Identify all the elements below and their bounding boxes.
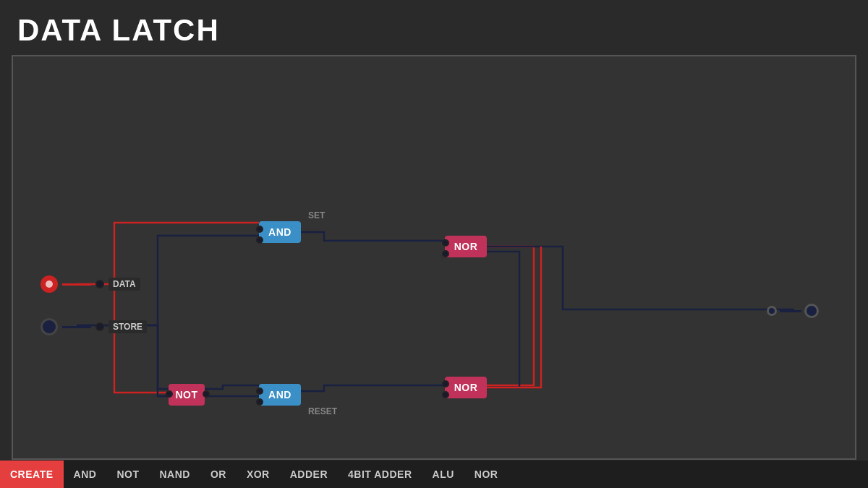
- dot-and2-in2: [256, 398, 263, 406]
- store-toggle[interactable]: [41, 318, 58, 335]
- toolbar: CREATEANDNOTNANDORXORADDER4BIT ADDERALUN…: [0, 461, 868, 488]
- label-reset: RESET: [308, 406, 337, 416]
- toolbar-btn-create[interactable]: CREATE: [0, 461, 64, 488]
- output-node: [767, 304, 819, 318]
- input-store[interactable]: STORE: [41, 318, 147, 335]
- label-set: SET: [308, 210, 325, 221]
- dot-nor1-in2: [442, 250, 449, 257]
- gate-not1[interactable]: NOT: [169, 384, 205, 406]
- gate-and1[interactable]: AND: [259, 221, 301, 243]
- toolbar-btn-nand[interactable]: NAND: [149, 461, 200, 488]
- toolbar-btn-4bit-adder[interactable]: 4BIT ADDER: [338, 461, 422, 488]
- gate-and2[interactable]: AND: [259, 384, 301, 406]
- store-wire-dot: [95, 322, 104, 331]
- data-label: DATA: [109, 278, 140, 291]
- output-large-dot: [804, 304, 819, 318]
- gate-nor1[interactable]: NOR: [445, 236, 487, 257]
- store-label: STORE: [109, 320, 147, 333]
- dot-and1-in1: [256, 226, 263, 233]
- data-wire-dot: [95, 280, 104, 288]
- gate-nor2[interactable]: NOR: [445, 377, 487, 398]
- toolbar-btn-or[interactable]: OR: [200, 461, 237, 488]
- dot-not-out: [203, 390, 210, 398]
- output-dot: [767, 306, 777, 316]
- dot-and1-in2: [256, 236, 263, 244]
- toolbar-btn-nor[interactable]: NOR: [464, 461, 509, 488]
- dot-nor2-in1: [442, 380, 449, 388]
- circuit-canvas: AND AND NOR NOR NOT SET RESET DATA: [12, 55, 856, 460]
- input-data[interactable]: DATA: [41, 275, 140, 293]
- dot-nor2-in2: [442, 391, 449, 398]
- wires-overlay: [13, 56, 855, 458]
- dot-nor1-in1: [442, 239, 449, 247]
- page-title: DATA LATCH: [0, 0, 868, 55]
- dot-not-in: [166, 390, 173, 398]
- data-toggle[interactable]: [41, 275, 58, 293]
- toolbar-btn-and[interactable]: AND: [64, 461, 107, 488]
- toolbar-btn-xor[interactable]: XOR: [237, 461, 280, 488]
- toolbar-btn-alu[interactable]: ALU: [422, 461, 464, 488]
- dot-and2-in1: [256, 388, 263, 395]
- toolbar-btn-adder[interactable]: ADDER: [280, 461, 338, 488]
- toolbar-btn-not[interactable]: NOT: [106, 461, 149, 488]
